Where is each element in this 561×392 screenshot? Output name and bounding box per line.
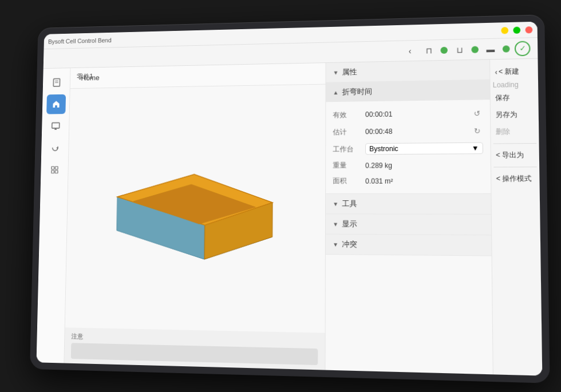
save-as-button[interactable]: 另存为 — [493, 106, 536, 122]
prop-value-valid: 00:00:01 — [365, 109, 471, 118]
save-as-label: 另存为 — [495, 109, 517, 120]
tools-chevron: ▼ — [333, 200, 338, 207]
prop-label-weight: 重量 — [333, 160, 365, 170]
tools-header[interactable]: ▼ 工具 — [326, 193, 491, 213]
app-container: Home 零件1 — [37, 58, 543, 375]
prop-value-estimate: 00:00:48 — [365, 126, 471, 136]
notice-bar — [71, 343, 318, 365]
part-label: 零件1 — [77, 72, 93, 81]
export-button[interactable]: < 导出为 — [493, 147, 537, 163]
prop-label-valid: 有效 — [333, 109, 365, 120]
mode-label: < 操作模式 — [496, 173, 532, 184]
svg-rect-7 — [55, 167, 58, 169]
prop-value-area: 0.031 m² — [365, 176, 484, 185]
bend-time-header[interactable]: ▲ 折弯时间 — [326, 80, 489, 102]
panel1-icon[interactable]: ⊓ — [422, 43, 436, 57]
svg-rect-6 — [52, 167, 54, 169]
conflict-title: 冲突 — [342, 239, 357, 249]
prop-label-workbench: 工作台 — [333, 144, 365, 153]
prop-row-valid: 有效 00:00:01 ↺ — [326, 104, 490, 124]
prop-row-estimate: 估计 00:00:48 ↻ — [326, 121, 490, 140]
bend-time-content: 有效 00:00:01 ↺ 估计 00:00:48 ↻ — [326, 100, 491, 193]
svg-rect-8 — [51, 170, 54, 173]
action-divider-1 — [493, 142, 536, 144]
title-bar-left: Bysoft Cell Control Bend — [48, 36, 112, 44]
refresh-icon-valid[interactable]: ↺ — [471, 107, 483, 119]
viewport: Home 零件1 — [64, 63, 325, 370]
sidebar-icon-grid[interactable] — [45, 160, 64, 180]
status-dot-2 — [471, 46, 479, 53]
display-header[interactable]: ▼ 显示 — [326, 214, 491, 235]
prop-value-weight: 0.289 kg — [365, 160, 483, 169]
tools-title: 工具 — [342, 199, 357, 209]
sidebar-icon-monitor[interactable] — [46, 116, 65, 136]
maximize-button[interactable] — [513, 26, 520, 33]
prop-row-weight: 重量 0.289 kg — [326, 157, 491, 173]
check-circle-icon[interactable]: ✓ — [515, 40, 531, 56]
panel2-icon[interactable]: ⊔ — [452, 42, 467, 57]
svg-rect-9 — [55, 170, 58, 173]
display-title: 显示 — [342, 219, 357, 229]
new-chevron: ‹ — [495, 68, 497, 76]
mode-button[interactable]: < 操作模式 — [493, 171, 537, 187]
delete-label: 删除 — [496, 126, 511, 137]
loading-text: Loading — [493, 80, 536, 89]
viewport-3d — [64, 84, 325, 370]
sidebar-icon-home[interactable] — [46, 94, 66, 114]
status-dot-1 — [440, 46, 447, 53]
properties-section: ▼ 属性 — [326, 60, 490, 82]
title-bar-right — [501, 26, 532, 33]
right-actions: ‹ < 新建 Loading 保存 另存为 删除 < 导出为 — [489, 58, 542, 375]
prop-row-workbench: 工作台 Bystronic ▼ — [326, 139, 491, 157]
workbench-select[interactable]: Bystronic ▼ — [365, 142, 483, 155]
prop-label-area: 面积 — [333, 176, 365, 185]
notice-area: 注意 — [64, 327, 325, 370]
conflict-section: ▼ 冲突 — [326, 234, 492, 256]
conflict-header[interactable]: ▼ 冲突 — [326, 234, 492, 255]
tools-section: ▼ 工具 — [326, 193, 491, 214]
minimize-button[interactable] — [501, 26, 508, 33]
sidebar-icon-file[interactable] — [47, 72, 66, 92]
workbench-value: Bystronic — [369, 144, 398, 152]
display-chevron: ▼ — [333, 220, 338, 227]
screen: Bysoft Cell Control Bend ‹ ⊓ ⊔ ▬ ✓ — [37, 21, 543, 375]
workbench-chevron: ▼ — [472, 144, 479, 152]
bend-time-chevron: ▲ — [333, 89, 338, 95]
properties-chevron: ▼ — [333, 69, 339, 75]
app-title: Bysoft Cell Control Bend — [48, 36, 112, 44]
save-button[interactable]: 保存 — [493, 89, 536, 106]
prop-label-estimate: 估计 — [333, 126, 365, 137]
action-divider-2 — [493, 167, 537, 167]
svg-rect-0 — [53, 78, 60, 86]
split-container: Home 零件1 — [64, 58, 542, 375]
save-label: 保存 — [495, 93, 510, 103]
refresh-icon-estimate[interactable]: ↻ — [471, 125, 483, 137]
back-icon[interactable]: ‹ — [403, 43, 417, 57]
export-label: < 导出为 — [496, 150, 524, 160]
properties-header[interactable]: ▼ 属性 — [326, 60, 490, 82]
conflict-chevron: ▼ — [333, 241, 338, 247]
3d-object-svg — [94, 140, 296, 278]
panel3-icon[interactable]: ▬ — [483, 42, 497, 56]
prop-row-area: 面积 0.031 m² — [326, 172, 491, 188]
svg-rect-3 — [52, 122, 59, 128]
new-label: < 新建 — [499, 66, 519, 77]
display-section: ▼ 显示 — [326, 214, 491, 235]
new-button[interactable]: ‹ < 新建 — [492, 63, 535, 80]
properties-title: 属性 — [342, 66, 357, 77]
delete-button[interactable]: 删除 — [493, 124, 536, 140]
status-dot-3 — [503, 45, 510, 52]
monitor: Bysoft Cell Control Bend ‹ ⊓ ⊔ ▬ ✓ — [30, 14, 550, 383]
right-panel: ▼ 属性 ▲ 折弯时间 有效 — [325, 60, 492, 374]
bend-time-title: 折弯时间 — [342, 86, 372, 97]
bend-time-section: ▲ 折弯时间 有效 00:00:01 ↺ — [326, 80, 491, 193]
close-button[interactable] — [525, 26, 532, 33]
sidebar-icon-rotate[interactable] — [45, 138, 65, 158]
